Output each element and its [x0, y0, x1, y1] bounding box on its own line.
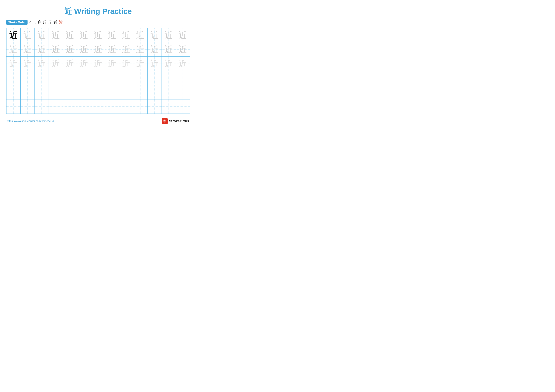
- cell-5-2[interactable]: [21, 85, 35, 99]
- cell-1-9[interactable]: 近: [119, 28, 133, 42]
- stroke-4: 斤: [43, 20, 47, 25]
- cell-5-1[interactable]: [7, 85, 21, 99]
- cell-2-3[interactable]: 近: [35, 42, 49, 57]
- cell-5-11[interactable]: [148, 85, 162, 99]
- cell-4-5[interactable]: [63, 71, 77, 85]
- cell-1-10[interactable]: 近: [133, 28, 147, 42]
- cell-5-8[interactable]: [105, 85, 119, 99]
- cell-1-3[interactable]: 近: [35, 28, 49, 42]
- cell-1-4[interactable]: 近: [49, 28, 63, 42]
- stroke-3: 户: [37, 20, 41, 25]
- cell-4-10[interactable]: [133, 71, 147, 85]
- cell-2-1[interactable]: 近: [7, 42, 21, 57]
- cell-4-8[interactable]: [105, 71, 119, 85]
- cell-2-11[interactable]: 近: [148, 42, 162, 57]
- stroke-order-chars: 𠂉 𠂆 户 斤 斤 近 近: [29, 20, 63, 25]
- cell-5-7[interactable]: [91, 85, 105, 99]
- cell-3-2[interactable]: 近: [21, 57, 35, 71]
- cell-1-7[interactable]: 近: [91, 28, 105, 42]
- cell-2-6[interactable]: 近: [77, 42, 91, 57]
- cell-2-8[interactable]: 近: [105, 42, 119, 57]
- stroke-order-row: Stroke Order 𠂉 𠂆 户 斤 斤 近 近: [6, 20, 190, 25]
- cell-5-5[interactable]: [63, 85, 77, 99]
- cell-6-13[interactable]: [176, 100, 190, 114]
- stroke-5: 斤: [48, 20, 52, 25]
- cell-2-7[interactable]: 近: [91, 42, 105, 57]
- cell-1-2[interactable]: 近: [21, 28, 35, 42]
- cell-4-13[interactable]: [176, 71, 190, 85]
- grid-row-5: [7, 85, 190, 100]
- cell-1-13[interactable]: 近: [176, 28, 190, 42]
- cell-5-6[interactable]: [77, 85, 91, 99]
- footer-url[interactable]: https://www.strokeorder.com/chinese/近: [7, 119, 54, 123]
- cell-2-4[interactable]: 近: [49, 42, 63, 57]
- footer: https://www.strokeorder.com/chinese/近 字 …: [6, 118, 190, 124]
- cell-6-2[interactable]: [21, 100, 35, 114]
- cell-5-3[interactable]: [35, 85, 49, 99]
- page-title: 近 Writing Practice: [6, 6, 190, 16]
- cell-3-3[interactable]: 近: [35, 57, 49, 71]
- cell-4-9[interactable]: [119, 71, 133, 85]
- cell-4-7[interactable]: [91, 71, 105, 85]
- cell-3-1[interactable]: 近: [7, 57, 21, 71]
- stroke-6: 近: [53, 20, 58, 25]
- cell-4-11[interactable]: [148, 71, 162, 85]
- cell-4-6[interactable]: [77, 71, 91, 85]
- cell-5-4[interactable]: [49, 85, 63, 99]
- cell-4-4[interactable]: [49, 71, 63, 85]
- cell-3-8[interactable]: 近: [105, 57, 119, 71]
- cell-3-5[interactable]: 近: [63, 57, 77, 71]
- cell-6-11[interactable]: [148, 100, 162, 114]
- cell-5-13[interactable]: [176, 85, 190, 99]
- cell-6-8[interactable]: [105, 100, 119, 114]
- cell-1-12[interactable]: 近: [162, 28, 176, 42]
- cell-2-2[interactable]: 近: [21, 42, 35, 57]
- cell-5-12[interactable]: [162, 85, 176, 99]
- cell-2-9[interactable]: 近: [119, 42, 133, 57]
- cell-6-7[interactable]: [91, 100, 105, 114]
- cell-2-13[interactable]: 近: [176, 42, 190, 57]
- cell-1-6[interactable]: 近: [77, 28, 91, 42]
- cell-3-6[interactable]: 近: [77, 57, 91, 71]
- cell-2-12[interactable]: 近: [162, 42, 176, 57]
- practice-grid: 近 近 近 近 近 近 近 近 近 近 近 近 近 近 近 近 近 近 近 近 …: [6, 28, 190, 114]
- cell-3-4[interactable]: 近: [49, 57, 63, 71]
- cell-6-12[interactable]: [162, 100, 176, 114]
- grid-row-4: [7, 71, 190, 85]
- stroke-2: 𠂆: [35, 20, 36, 25]
- cell-2-5[interactable]: 近: [63, 42, 77, 57]
- stroke-order-badge: Stroke Order: [6, 20, 28, 25]
- cell-3-7[interactable]: 近: [91, 57, 105, 71]
- grid-row-1: 近 近 近 近 近 近 近 近 近 近 近 近 近: [7, 28, 190, 42]
- cell-6-3[interactable]: [35, 100, 49, 114]
- cell-3-11[interactable]: 近: [148, 57, 162, 71]
- grid-row-2: 近 近 近 近 近 近 近 近 近 近 近 近 近: [7, 42, 190, 57]
- cell-6-1[interactable]: [7, 100, 21, 114]
- cell-4-3[interactable]: [35, 71, 49, 85]
- grid-row-3: 近 近 近 近 近 近 近 近 近 近 近 近 近: [7, 57, 190, 71]
- cell-4-1[interactable]: [7, 71, 21, 85]
- grid-row-6: [7, 100, 190, 114]
- cell-6-10[interactable]: [133, 100, 147, 114]
- cell-1-8[interactable]: 近: [105, 28, 119, 42]
- cell-1-5[interactable]: 近: [63, 28, 77, 42]
- cell-6-4[interactable]: [49, 100, 63, 114]
- cell-1-1[interactable]: 近: [7, 28, 21, 42]
- footer-brand: 字 StrokeOrder: [162, 118, 189, 124]
- cell-6-5[interactable]: [63, 100, 77, 114]
- cell-3-9[interactable]: 近: [119, 57, 133, 71]
- cell-3-10[interactable]: 近: [133, 57, 147, 71]
- cell-5-10[interactable]: [133, 85, 147, 99]
- cell-3-13[interactable]: 近: [176, 57, 190, 71]
- stroke-7: 近: [59, 20, 63, 25]
- cell-2-10[interactable]: 近: [133, 42, 147, 57]
- cell-1-11[interactable]: 近: [148, 28, 162, 42]
- stroke-1: 𠂉: [29, 20, 33, 25]
- cell-4-2[interactable]: [21, 71, 35, 85]
- cell-6-9[interactable]: [119, 100, 133, 114]
- cell-6-6[interactable]: [77, 100, 91, 114]
- brand-name: StrokeOrder: [169, 119, 189, 123]
- cell-3-12[interactable]: 近: [162, 57, 176, 71]
- cell-5-9[interactable]: [119, 85, 133, 99]
- cell-4-12[interactable]: [162, 71, 176, 85]
